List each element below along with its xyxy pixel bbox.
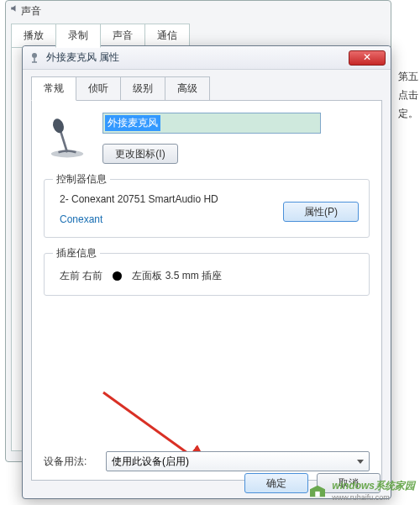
watermark-logo-icon [308, 483, 327, 498]
svg-rect-4 [316, 491, 320, 496]
tab-levels[interactable]: 级别 [120, 76, 165, 100]
controller-info-group: 控制器信息 2- Conexant 20751 SmartAudio HD Co… [44, 179, 370, 238]
jack-location: 左前 右前 [60, 269, 102, 283]
device-usage-select[interactable]: 使用此设备(启用) [106, 451, 370, 471]
tab-playback[interactable]: 播放 [11, 24, 56, 47]
jack-info-group: 插座信息 左前 右前 左面板 3.5 mm 插座 [44, 253, 370, 296]
jack-legend: 插座信息 [53, 246, 100, 260]
watermark-url: www.ruhaifu.com [332, 493, 415, 502]
sound-dialog-title-text: 声音 [21, 5, 41, 17]
svg-point-0 [32, 53, 37, 58]
close-button[interactable]: ✕ [349, 50, 386, 66]
jack-color-dot [113, 271, 122, 281]
chevron-down-icon [357, 460, 364, 464]
sound-tabs: 播放 录制 声音 通信 [11, 24, 386, 48]
controller-legend: 控制器信息 [53, 172, 110, 187]
tab-general[interactable]: 常规 [31, 76, 76, 101]
ok-button[interactable]: 确定 [244, 473, 308, 493]
device-usage-value: 使用此设备(启用) [112, 455, 189, 469]
vendor-link[interactable]: Conexant [60, 213, 102, 225]
microphone-icon [28, 51, 41, 65]
svg-point-2 [51, 117, 66, 134]
close-icon: ✕ [363, 51, 371, 63]
context-text: 第五 点击 定。 [398, 67, 418, 123]
tab-sounds[interactable]: 声音 [100, 24, 145, 47]
watermark: windows系统家园 www.ruhaifu.com [308, 479, 415, 502]
jack-desc: 左面板 3.5 mm 插座 [132, 269, 222, 283]
device-name-input[interactable]: 外接麦克风 [102, 113, 321, 134]
device-usage-row: 设备用法: 使用此设备(启用) [44, 451, 370, 471]
property-tabs: 常规 侦听 级别 高级 [31, 76, 382, 101]
controller-properties-button[interactable]: 属性(P) [283, 202, 359, 222]
sound-dialog-title: 声音 [6, 1, 391, 18]
titlebar[interactable]: 外接麦克风 属性 ✕ [23, 46, 391, 70]
tab-recording[interactable]: 录制 [55, 24, 101, 48]
dialog-title: 外接麦克风 属性 [46, 50, 349, 65]
mic-properties-dialog: 外接麦克风 属性 ✕ 常规 侦听 级别 高级 外接麦克风 更改图标(I) [22, 45, 391, 499]
general-tabpanel: 外接麦克风 更改图标(I) 控制器信息 2- Conexant 20751 Sm… [31, 101, 382, 481]
tab-listen[interactable]: 侦听 [76, 76, 121, 100]
device-usage-label: 设备用法: [44, 455, 94, 469]
tab-advanced[interactable]: 高级 [165, 76, 210, 100]
tab-communications[interactable]: 通信 [144, 24, 190, 47]
change-icon-button[interactable]: 更改图标(I) [102, 144, 178, 164]
speaker-icon [9, 3, 19, 13]
watermark-text: windows系统家园 [332, 479, 415, 493]
device-large-icon [44, 113, 91, 160]
